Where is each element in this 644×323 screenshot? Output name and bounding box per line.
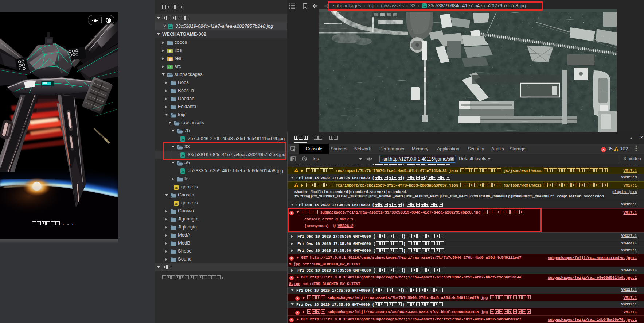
svg-text:JS: JS: [175, 186, 178, 189]
svg-text:JS: JS: [175, 202, 178, 205]
svg-text:</>: </>: [168, 66, 172, 69]
